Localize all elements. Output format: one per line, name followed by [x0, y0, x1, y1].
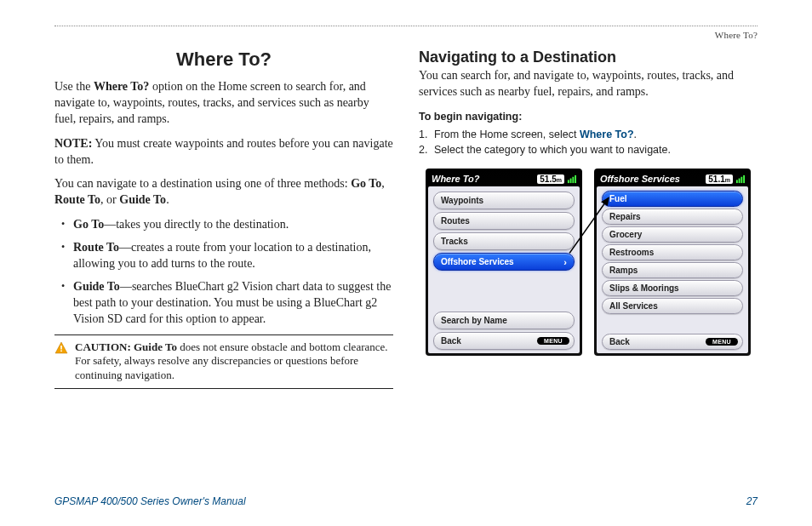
menu-pill: MENU: [537, 337, 569, 345]
svg-rect-2: [60, 350, 62, 352]
btn-label: Offshore Services: [441, 257, 514, 266]
svg-rect-3: [568, 180, 569, 183]
menu-tracks[interactable]: Tracks: [433, 232, 575, 250]
text-bold: Guide To: [119, 193, 166, 206]
text: You can navigate to a destination using …: [54, 177, 351, 190]
note-paragraph: NOTE: You must create waypoints and rout…: [54, 136, 393, 169]
section-intro: You can search for, and navigate to, way…: [419, 68, 758, 100]
svg-rect-4: [570, 178, 572, 183]
bullet-label: Route To: [73, 241, 119, 254]
page-footer: GPSMAP 400/500 Series Owner's Manual 27: [54, 495, 758, 507]
chevron-right-icon: ›: [563, 257, 567, 267]
btn-label: Search by Name: [441, 316, 507, 325]
intro-paragraph: Use the Where To? option on the Home scr…: [54, 79, 393, 128]
text: , or: [100, 193, 119, 206]
btn-label: Back: [609, 337, 630, 346]
left-column: Where To? Use the Where To? option on th…: [54, 49, 393, 389]
svg-rect-8: [739, 178, 741, 183]
depth-badge: 51.1m: [706, 174, 733, 184]
bullet-label: Guide To: [73, 280, 120, 293]
steps-heading-label: To begin navigating:: [419, 111, 522, 123]
bullet-text: —searches BlueChart g2 Vision chart data…: [73, 280, 391, 325]
step-item: From the Home screen, select Where To?.: [419, 127, 758, 143]
device-offshore-services: Offshore Services 51.1m Fuel Repairs Gro…: [594, 169, 751, 356]
step-link: Where To?: [580, 129, 634, 140]
caution-icon: [54, 341, 68, 384]
bullet-item: Guide To—searches BlueChart g2 Vision ch…: [58, 279, 393, 328]
menu-grocery[interactable]: Grocery: [602, 226, 743, 243]
svg-rect-9: [741, 176, 742, 182]
svg-rect-6: [575, 175, 576, 183]
menu-routes[interactable]: Routes: [433, 212, 575, 230]
depth-unit: m: [557, 177, 562, 183]
btn-label: Grocery: [609, 230, 642, 239]
menu-slips-moorings[interactable]: Slips & Moorings: [602, 280, 743, 296]
note-label: NOTE:: [54, 137, 92, 150]
menu-waypoints[interactable]: Waypoints: [433, 192, 575, 209]
step-text: .: [634, 129, 637, 140]
btn-label: Waypoints: [441, 196, 483, 205]
methods-paragraph: You can navigate to a destination using …: [54, 176, 393, 209]
menu-restrooms[interactable]: Restrooms: [602, 244, 743, 260]
device-topbar: Offshore Services 51.1m: [597, 171, 748, 186]
caution-text: CAUTION: Guide To does not ensure obstac…: [75, 340, 393, 384]
menu-search-by-name[interactable]: Search by Name: [433, 312, 575, 329]
menu-back[interactable]: BackMENU: [433, 332, 575, 350]
text-bold: Where To?: [94, 80, 149, 93]
depth-value: 51.5: [540, 174, 556, 184]
btn-label: Repairs: [609, 212, 641, 221]
svg-rect-7: [736, 180, 738, 183]
content-columns: Where To? Use the Where To? option on th…: [54, 49, 758, 389]
bullet-text: —takes you directly to the destination.: [104, 218, 289, 231]
section-heading: Navigating to a Destination: [419, 49, 758, 66]
bullet-item: Go To—takes you directly to the destinat…: [58, 217, 393, 233]
bullet-item: Route To—creates a route from your locat…: [58, 240, 393, 272]
satellite-icon: [735, 174, 745, 184]
bullet-list: Go To—takes you directly to the destinat…: [58, 217, 393, 327]
device-where-to: Where To? 51.5m Waypoints Routes Tracks …: [426, 169, 582, 356]
caution-label: CAUTION: Guide To: [75, 340, 177, 353]
menu-repairs[interactable]: Repairs: [602, 209, 743, 225]
device-screen: Waypoints Routes Tracks Offshore Service…: [428, 186, 580, 353]
step-item: Select the category to which you want to…: [419, 142, 758, 158]
btn-label: Restrooms: [609, 248, 654, 257]
text-bold: Route To: [54, 193, 100, 206]
text-bold: Go To: [351, 177, 381, 190]
satellite-icon: [567, 174, 576, 184]
device-title: Offshore Services: [600, 174, 680, 184]
depth-unit: m: [725, 177, 730, 183]
page-title: Where To?: [54, 49, 393, 71]
caution-box: CAUTION: Guide To does not ensure obstac…: [54, 334, 393, 390]
header-breadcrumb: Where To?: [54, 26, 758, 49]
device-title: Where To?: [432, 174, 479, 184]
menu-all-services[interactable]: All Services: [602, 298, 743, 314]
footer-manual-title: GPSMAP 400/500 Series Owner's Manual: [54, 495, 246, 507]
steps-list: From the Home screen, select Where To?. …: [419, 127, 758, 159]
depth-badge: 51.5m: [537, 174, 564, 184]
menu-offshore-services[interactable]: Offshore Services›: [433, 253, 575, 271]
btn-label: Back: [441, 336, 461, 346]
note-text: You must create waypoints and routes bef…: [54, 137, 393, 166]
page: Where To? Where To? Use the Where To? op…: [0, 0, 812, 389]
menu-fuel[interactable]: Fuel: [602, 191, 743, 207]
step-text: From the Home screen, select: [434, 129, 580, 140]
text: Use the: [54, 80, 94, 93]
text: .: [166, 193, 169, 206]
btn-label: Ramps: [609, 266, 638, 275]
depth-value: 51.1: [708, 174, 724, 184]
svg-rect-5: [572, 176, 574, 182]
right-column: Navigating to a Destination You can sear…: [419, 49, 758, 389]
btn-label: Fuel: [609, 194, 627, 203]
svg-rect-10: [743, 175, 745, 183]
btn-label: All Services: [609, 301, 658, 311]
bullet-label: Go To: [73, 218, 104, 231]
text: ,: [381, 177, 385, 190]
device-screenshots: Where To? 51.5m Waypoints Routes Tracks …: [419, 169, 758, 356]
btn-label: Slips & Moorings: [609, 283, 679, 293]
svg-rect-1: [60, 346, 62, 350]
menu-back[interactable]: BackMENU: [602, 334, 743, 350]
footer-page-number: 27: [746, 495, 758, 507]
device-topbar: Where To? 51.5m: [428, 171, 580, 186]
menu-pill: MENU: [706, 338, 738, 346]
menu-ramps[interactable]: Ramps: [602, 262, 743, 278]
